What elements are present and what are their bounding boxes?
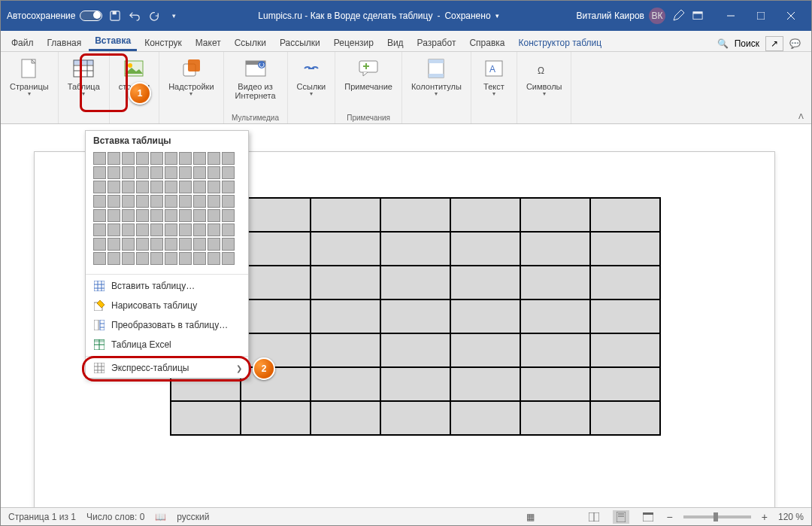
autosave-toggle[interactable]: Автосохранение	[7, 11, 102, 21]
tab-mailings[interactable]: Рассылки	[274, 35, 326, 51]
menu-insert-table[interactable]: Вставить таблицу…	[86, 276, 248, 296]
grid-cell[interactable]	[122, 181, 135, 193]
grid-cell[interactable]	[222, 223, 235, 236]
qat-dropdown-icon[interactable]: ▾	[167, 9, 180, 23]
grid-cell[interactable]	[150, 223, 163, 236]
grid-cell[interactable]	[122, 238, 135, 251]
grid-cell[interactable]	[150, 209, 163, 222]
macro-icon[interactable]: ▦	[526, 512, 535, 522]
grid-cell[interactable]	[222, 152, 235, 165]
grid-cell[interactable]	[193, 238, 206, 251]
addins-button[interactable]: Надстройки▾	[165, 55, 217, 98]
symbols-button[interactable]: ΩСимволы▾	[523, 55, 565, 98]
grid-cell[interactable]	[108, 166, 120, 179]
menu-excel-table[interactable]: Таблица Excel	[86, 335, 248, 354]
grid-cell[interactable]	[108, 223, 120, 236]
saved-dropdown-icon[interactable]: ▾	[495, 12, 499, 20]
grid-cell[interactable]	[136, 181, 149, 193]
table-button[interactable]: Таблица▾	[65, 55, 103, 98]
spellcheck-icon[interactable]: 📖	[155, 512, 166, 522]
collapse-ribbon-icon[interactable]: ᐱ	[798, 112, 804, 120]
comment-button[interactable]: Примечание	[341, 55, 395, 93]
grid-cell[interactable]	[150, 152, 163, 165]
grid-cell[interactable]	[108, 195, 120, 208]
tab-table-design[interactable]: Конструктор таблиц	[512, 35, 607, 51]
word-count[interactable]: Число слов: 0	[86, 512, 144, 522]
grid-cell[interactable]	[122, 166, 135, 179]
grid-cell[interactable]	[179, 152, 192, 165]
ribbon-display-icon[interactable]	[691, 9, 704, 23]
grid-cell[interactable]	[108, 181, 120, 193]
grid-cell[interactable]	[222, 252, 235, 265]
grid-cell[interactable]	[222, 166, 235, 179]
search-icon[interactable]: 🔍	[717, 38, 729, 49]
grid-cell[interactable]	[222, 238, 235, 251]
grid-cell[interactable]	[108, 209, 120, 222]
user-account[interactable]: Виталий Каиров ВК	[576, 8, 665, 24]
grid-cell[interactable]	[193, 252, 206, 265]
close-button[interactable]	[777, 5, 805, 26]
save-icon[interactable]	[108, 9, 122, 23]
zoom-in[interactable]: +	[762, 511, 768, 523]
grid-cell[interactable]	[165, 209, 177, 222]
grid-cell[interactable]	[193, 166, 206, 179]
grid-cell[interactable]	[179, 209, 192, 222]
grid-cell[interactable]	[208, 223, 220, 236]
grid-cell[interactable]	[108, 252, 120, 265]
grid-cell[interactable]	[150, 181, 163, 193]
menu-convert-text[interactable]: Преобразовать в таблицу…	[86, 315, 248, 335]
grid-cell[interactable]	[136, 195, 149, 208]
grid-cell[interactable]	[150, 238, 163, 251]
grid-cell[interactable]	[193, 152, 206, 165]
grid-cell[interactable]	[93, 181, 106, 193]
tab-design[interactable]: Конструк	[138, 35, 188, 51]
pages-button[interactable]: Страницы▾	[7, 55, 52, 98]
comments-icon[interactable]: 💬	[789, 38, 801, 49]
pen-icon[interactable]	[671, 9, 685, 23]
grid-cell[interactable]	[165, 152, 177, 165]
tab-references[interactable]: Ссылки	[229, 35, 272, 51]
grid-cell[interactable]	[93, 195, 106, 208]
grid-cell[interactable]	[208, 195, 220, 208]
menu-quick-tables[interactable]: Экспресс-таблицы❯	[86, 358, 248, 378]
grid-cell[interactable]	[136, 209, 149, 222]
table-grid-picker[interactable]	[86, 151, 248, 272]
grid-cell[interactable]	[93, 152, 106, 165]
grid-cell[interactable]	[179, 181, 192, 193]
grid-cell[interactable]	[122, 209, 135, 222]
share-button[interactable]: ↗	[765, 36, 783, 51]
grid-cell[interactable]	[150, 166, 163, 179]
language[interactable]: русский	[177, 512, 209, 522]
zoom-out[interactable]: −	[667, 511, 673, 523]
text-button[interactable]: AТекст▾	[477, 55, 511, 98]
grid-cell[interactable]	[165, 223, 177, 236]
grid-cell[interactable]	[208, 238, 220, 251]
grid-cell[interactable]	[222, 181, 235, 193]
zoom-slider[interactable]	[683, 515, 751, 518]
grid-cell[interactable]	[108, 238, 120, 251]
grid-cell[interactable]	[179, 238, 192, 251]
view-print-layout[interactable]	[613, 510, 629, 524]
tab-file[interactable]: Файл	[5, 35, 40, 51]
grid-cell[interactable]	[179, 223, 192, 236]
online-video-button[interactable]: Видео из Интернета	[230, 55, 281, 102]
grid-cell[interactable]	[179, 166, 192, 179]
grid-cell[interactable]	[165, 252, 177, 265]
grid-cell[interactable]	[193, 209, 206, 222]
minimize-button[interactable]	[717, 5, 745, 26]
zoom-level[interactable]: 120 %	[778, 512, 804, 522]
undo-icon[interactable]	[128, 9, 141, 23]
grid-cell[interactable]	[208, 152, 220, 165]
links-button[interactable]: Ссылки▾	[294, 55, 329, 98]
grid-cell[interactable]	[165, 238, 177, 251]
search-label[interactable]: Поиск	[735, 38, 759, 49]
grid-cell[interactable]	[165, 181, 177, 193]
grid-cell[interactable]	[122, 152, 135, 165]
tab-developer[interactable]: Разработ	[411, 35, 462, 51]
grid-cell[interactable]	[222, 195, 235, 208]
grid-cell[interactable]	[93, 223, 106, 236]
tab-insert[interactable]: Вставка	[89, 32, 137, 51]
grid-cell[interactable]	[208, 181, 220, 193]
view-web-layout[interactable]	[640, 510, 656, 524]
grid-cell[interactable]	[208, 252, 220, 265]
